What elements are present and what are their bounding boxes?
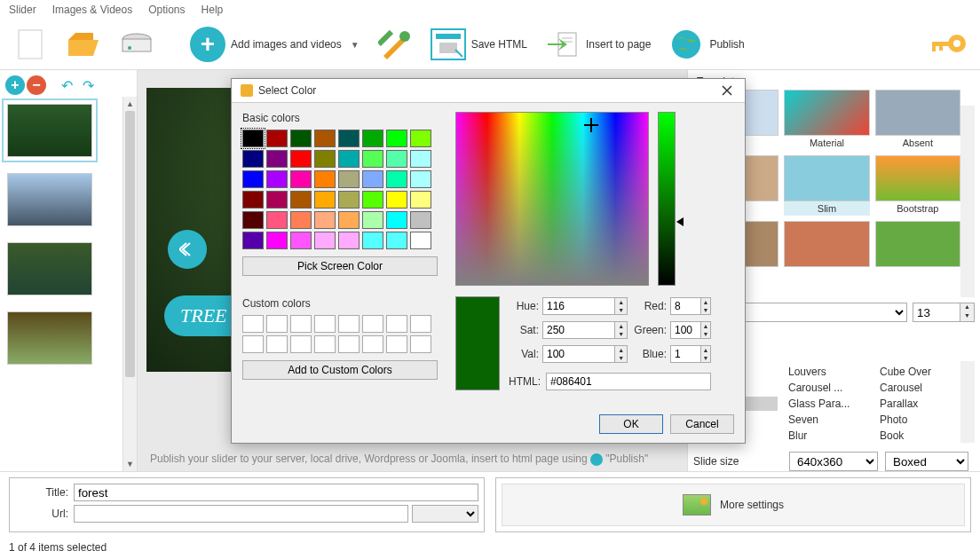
- custom-color-slot[interactable]: [242, 335, 264, 353]
- custom-color-slot[interactable]: [290, 335, 312, 353]
- template-item[interactable]: [875, 221, 960, 271]
- color-swatch[interactable]: [386, 130, 407, 147]
- thumb-scrollbar[interactable]: ▲ ▼: [122, 97, 137, 471]
- color-swatch[interactable]: [338, 211, 360, 229]
- close-button[interactable]: [718, 85, 736, 96]
- tools-button[interactable]: [372, 25, 418, 64]
- custom-color-slot[interactable]: [290, 315, 312, 333]
- custom-color-slot[interactable]: [386, 335, 407, 353]
- new-button[interactable]: [7, 25, 53, 64]
- effect-item[interactable]: Book: [876, 429, 960, 443]
- scroll-up-icon[interactable]: ▲: [123, 97, 137, 111]
- color-swatch[interactable]: [242, 211, 264, 229]
- color-swatch[interactable]: [410, 211, 431, 229]
- slide-thumb[interactable]: [7, 311, 92, 365]
- color-swatch[interactable]: [266, 170, 288, 188]
- layout-mode-select[interactable]: Boxed: [885, 452, 968, 471]
- color-swatch[interactable]: [362, 150, 383, 168]
- spin-up-icon[interactable]: ▲: [701, 346, 710, 354]
- color-swatch[interactable]: [386, 232, 407, 249]
- effect-item[interactable]: Louvers: [785, 365, 869, 379]
- color-swatch[interactable]: [386, 170, 407, 188]
- url-target-select[interactable]: [412, 505, 478, 523]
- color-swatch[interactable]: [242, 130, 264, 147]
- color-swatch[interactable]: [266, 150, 288, 168]
- color-swatch[interactable]: [410, 130, 431, 147]
- custom-color-slot[interactable]: [362, 335, 383, 353]
- color-swatch[interactable]: [338, 191, 360, 209]
- color-swatch[interactable]: [386, 191, 407, 209]
- effect-item[interactable]: Cube Over: [876, 365, 960, 379]
- color-swatch[interactable]: [266, 232, 288, 249]
- effect-item[interactable]: Carousel ...: [785, 381, 869, 395]
- menu-images-videos[interactable]: Images & Videos: [52, 4, 133, 16]
- color-swatch[interactable]: [362, 191, 383, 209]
- custom-color-slot[interactable]: [410, 335, 431, 353]
- color-swatch[interactable]: [362, 170, 383, 188]
- font-size-input[interactable]: [913, 303, 960, 322]
- scroll-down-icon[interactable]: ▼: [123, 457, 137, 471]
- cancel-button[interactable]: Cancel: [670, 414, 734, 434]
- custom-color-slot[interactable]: [338, 335, 360, 353]
- color-swatch[interactable]: [410, 170, 431, 188]
- luminance-slider[interactable]: [658, 112, 676, 286]
- color-swatch[interactable]: [242, 191, 264, 209]
- color-swatch[interactable]: [242, 232, 264, 249]
- color-swatch[interactable]: [314, 170, 336, 188]
- color-swatch[interactable]: [314, 191, 336, 209]
- slide-size-select[interactable]: 640x360: [789, 452, 878, 471]
- color-swatch[interactable]: [266, 211, 288, 229]
- spin-up-icon[interactable]: ▲: [615, 346, 627, 354]
- spin-down-icon[interactable]: ▼: [615, 306, 627, 314]
- color-swatch[interactable]: [266, 130, 288, 147]
- color-swatch[interactable]: [314, 232, 336, 249]
- spin-down-icon[interactable]: ▼: [615, 330, 627, 338]
- color-swatch[interactable]: [410, 191, 431, 209]
- effect-item[interactable]: Parallax: [876, 397, 960, 411]
- spin-down-icon[interactable]: ▼: [701, 306, 710, 314]
- ok-button[interactable]: OK: [599, 414, 663, 434]
- custom-color-slot[interactable]: [314, 335, 336, 353]
- custom-color-slot[interactable]: [266, 315, 288, 333]
- key-icon[interactable]: [929, 31, 964, 58]
- prev-arrow-button[interactable]: [168, 230, 207, 269]
- more-settings-button[interactable]: More settings: [502, 484, 965, 526]
- color-swatch[interactable]: [386, 211, 407, 229]
- effect-item[interactable]: Glass Para...: [785, 397, 869, 411]
- color-swatch[interactable]: [338, 130, 360, 147]
- save-html-button[interactable]: Save HTML: [425, 27, 533, 62]
- color-swatch[interactable]: [242, 150, 264, 168]
- sat-input[interactable]: [542, 321, 615, 339]
- rotate-right-button[interactable]: ↷: [78, 75, 98, 95]
- spin-up-icon[interactable]: ▲: [701, 298, 710, 306]
- slide-thumb[interactable]: [7, 242, 92, 295]
- color-swatch[interactable]: [314, 211, 336, 229]
- spin-down-icon[interactable]: ▼: [701, 330, 710, 338]
- color-swatch[interactable]: [338, 170, 360, 188]
- add-slide-button[interactable]: +: [5, 75, 25, 95]
- spin-up-icon[interactable]: ▲: [701, 322, 710, 330]
- title-input[interactable]: [74, 484, 478, 501]
- color-swatch[interactable]: [242, 170, 264, 188]
- menu-slider[interactable]: Slider: [9, 4, 36, 16]
- template-item[interactable]: [784, 221, 869, 271]
- color-swatch[interactable]: [410, 150, 431, 168]
- template-item[interactable]: Material: [784, 90, 869, 150]
- add-images-button[interactable]: + Add images and videos ▼: [185, 25, 365, 64]
- color-swatch[interactable]: [314, 150, 336, 168]
- template-item[interactable]: Slim: [784, 155, 869, 216]
- color-swatch[interactable]: [338, 232, 360, 249]
- slide-thumb[interactable]: [7, 104, 92, 157]
- red-input[interactable]: [670, 297, 701, 315]
- spin-up-icon[interactable]: ▲: [960, 303, 974, 312]
- color-swatch[interactable]: [290, 232, 312, 249]
- insert-page-button[interactable]: Insert to page: [540, 25, 656, 64]
- custom-color-slot[interactable]: [386, 315, 407, 333]
- effect-item[interactable]: Seven: [785, 413, 869, 427]
- remove-slide-button[interactable]: −: [27, 75, 46, 95]
- color-swatch[interactable]: [290, 191, 312, 209]
- spin-up-icon[interactable]: ▲: [615, 298, 627, 306]
- pick-screen-color-button[interactable]: Pick Screen Color: [242, 256, 438, 276]
- template-item[interactable]: Absent: [875, 90, 960, 150]
- drive-button[interactable]: [114, 25, 160, 64]
